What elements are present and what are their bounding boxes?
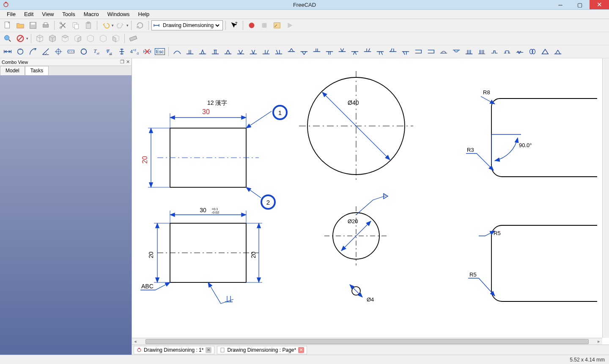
weld-sym-5[interactable]	[222, 46, 234, 57]
weld-sym-26[interactable]	[488, 46, 500, 57]
weld-sym-4[interactable]	[209, 46, 221, 57]
dim-tolerance2-button[interactable]: 4+2-0	[129, 46, 140, 57]
menu-macro[interactable]: Macro	[80, 10, 103, 19]
dim-tolerance-button[interactable]	[116, 46, 128, 57]
print-button[interactable]	[40, 20, 52, 31]
dim-escape-button[interactable]: Esc	[154, 46, 166, 57]
style-prohibit-button[interactable]	[14, 33, 26, 44]
weld-sym-31[interactable]	[552, 46, 564, 57]
vertical-scrollbar[interactable]	[602, 58, 609, 338]
weld-sym-18[interactable]	[387, 46, 399, 57]
weld-sym-16[interactable]	[362, 46, 373, 57]
undo-button[interactable]	[100, 20, 112, 31]
macro-list-button[interactable]	[271, 20, 283, 31]
weld-sym-15[interactable]	[349, 46, 361, 57]
undo-dropdown[interactable]: ▾	[112, 23, 114, 27]
weld-sym-6[interactable]	[235, 46, 247, 57]
weld-sym-22[interactable]	[438, 46, 450, 57]
weld-sym-29[interactable]	[527, 46, 538, 57]
view-right-button[interactable]	[72, 33, 84, 44]
scroll-left-arrow[interactable]: ◂	[132, 339, 139, 344]
weld-sym-8[interactable]	[260, 46, 272, 57]
menu-view[interactable]: View	[38, 10, 58, 19]
weld-sym-23[interactable]	[450, 46, 462, 57]
horizontal-scrollbar[interactable]: ◂ ▸	[132, 338, 602, 345]
weld-sym-20[interactable]	[412, 46, 424, 57]
cut-button[interactable]	[57, 20, 69, 31]
window-minimize-button[interactable]: ─	[551, 0, 570, 9]
weld-sym-24[interactable]	[463, 46, 475, 57]
dim-text-edit-button[interactable]: Txt	[103, 46, 115, 57]
whats-this-button[interactable]: ?	[228, 20, 240, 31]
combo-undock-button[interactable]: ❐	[120, 59, 124, 65]
view-rear-button[interactable]	[85, 33, 96, 44]
scroll-right-arrow[interactable]: ▸	[595, 339, 602, 344]
refresh-button[interactable]	[134, 20, 146, 31]
copy-button[interactable]	[70, 20, 82, 31]
doc-tab-2-close[interactable]: ✕	[298, 347, 304, 353]
dim-text-button[interactable]: Txt	[91, 46, 102, 57]
weld-sym-3[interactable]	[197, 46, 208, 57]
redo-dropdown[interactable]: ▾	[126, 23, 129, 27]
new-file-button[interactable]	[2, 20, 14, 31]
weld-sym-28[interactable]	[514, 46, 526, 57]
refresh-icon	[135, 21, 145, 30]
dim-circular-button[interactable]	[14, 46, 26, 57]
weld-sym-9[interactable]	[273, 46, 285, 57]
menu-windows[interactable]: Windows	[103, 10, 134, 19]
dim-angle-button[interactable]	[40, 46, 52, 57]
macro-stop-button[interactable]	[258, 20, 270, 31]
style-dropdown[interactable]: ▾	[26, 36, 28, 41]
view-iso-button[interactable]	[34, 33, 46, 44]
dim-radius-button[interactable]	[27, 46, 39, 57]
weld-sym-12[interactable]	[311, 46, 323, 57]
doc-tab-1-close[interactable]: ✕	[206, 347, 211, 353]
workbench-selector[interactable]: Drawing Dimensioning	[151, 20, 223, 30]
macro-play-button[interactable]	[284, 20, 296, 31]
doc-tab-2[interactable]: Drawing Dimensioning : Page* ✕	[217, 346, 307, 354]
window-close-button[interactable]: ✕	[590, 0, 609, 9]
weld-sym-25[interactable]	[476, 46, 488, 57]
weld-sym-7[interactable]	[247, 46, 259, 57]
window-maximize-button[interactable]: ▢	[570, 0, 590, 9]
view-top-button[interactable]	[59, 33, 71, 44]
menu-tools[interactable]: Tools	[58, 10, 79, 19]
save-button[interactable]	[27, 20, 39, 31]
dim-delete-button[interactable]	[141, 46, 153, 57]
menu-help[interactable]: Help	[134, 10, 154, 19]
weld-sym-21[interactable]	[425, 46, 437, 57]
dim-linear-button[interactable]	[2, 46, 14, 57]
weld-sym-17[interactable]	[374, 46, 386, 57]
measure-button[interactable]	[127, 33, 139, 44]
dim-center-button[interactable]	[52, 46, 64, 57]
combo-tab-model[interactable]: Model	[0, 66, 25, 75]
weld-sym-13[interactable]	[324, 46, 335, 57]
weld-sym-10[interactable]	[285, 46, 297, 57]
zoom-fit-button[interactable]	[2, 33, 14, 44]
drawing-canvas[interactable]: 30 20 12 漢字 1 2 30	[132, 58, 609, 345]
macro-record-button[interactable]	[246, 20, 258, 31]
weld-sym-1[interactable]	[171, 46, 183, 57]
open-file-button[interactable]	[14, 20, 26, 31]
view-bottom-button[interactable]	[97, 33, 109, 44]
weld-sym-2[interactable]	[184, 46, 196, 57]
dim-circle-button[interactable]	[78, 46, 90, 57]
view-front-button[interactable]	[47, 33, 58, 44]
redo-button[interactable]	[115, 20, 126, 31]
weld-sym-11[interactable]	[298, 46, 310, 57]
menu-edit[interactable]: Edit	[20, 10, 38, 19]
paste-button[interactable]	[82, 20, 94, 31]
weld-sym-19[interactable]	[400, 46, 411, 57]
combo-tab-tasks[interactable]: Tasks	[25, 66, 49, 75]
combo-close-button[interactable]: ✕	[126, 59, 130, 65]
menu-file[interactable]: File	[3, 10, 20, 19]
magnifier-icon	[3, 34, 12, 43]
scroll-thumb[interactable]	[145, 339, 589, 344]
doc-tab-1[interactable]: Drawing Dimensioning : 1* ✕	[134, 346, 214, 354]
weld-sym-30[interactable]	[539, 46, 551, 57]
weld-sym-27[interactable]	[501, 46, 513, 57]
workbench-select[interactable]: Drawing Dimensioning	[161, 22, 221, 29]
view-left-button[interactable]	[110, 33, 122, 44]
dim-centerline-button[interactable]	[65, 46, 77, 57]
weld-sym-14[interactable]	[336, 46, 348, 57]
